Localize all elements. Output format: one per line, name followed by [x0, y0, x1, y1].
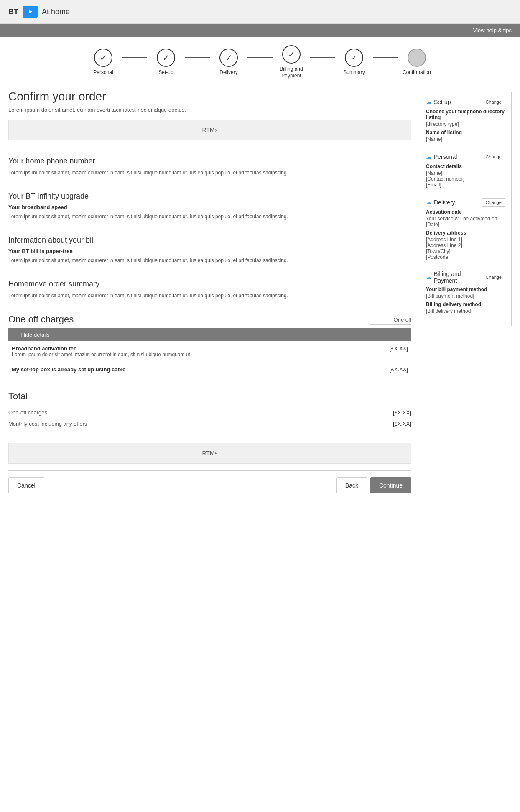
sidebar-label-billing-0: Your bill payment method — [426, 286, 505, 292]
step-circle-setup: ✓ — [157, 49, 175, 67]
step-container: ✓ Personal ✓ Set-up ✓ Delivery ✓ Billing… — [84, 45, 436, 79]
step-line-1 — [122, 57, 147, 58]
sidebar-label-delivery-0: Activation date — [426, 209, 505, 215]
sidebar: ☁ Set up Change Choose your telephone di… — [420, 83, 512, 500]
charge-info-1: My set-top box is already set up using c… — [8, 362, 370, 377]
back-button[interactable]: Back — [336, 477, 367, 493]
step-circle-billing: ✓ — [282, 45, 301, 64]
step-setup: ✓ Set-up — [147, 49, 185, 76]
page-title: Confirm your order — [8, 90, 411, 103]
bt-label: BT — [8, 8, 18, 16]
step-circle-delivery: ✓ — [219, 49, 238, 67]
help-link[interactable]: View help & tips — [473, 27, 512, 33]
header: BT At home — [0, 0, 520, 24]
hide-details-bar[interactable]: — Hide details — [8, 328, 411, 341]
cloud-icon-personal: ☁ — [426, 153, 432, 160]
charge-table: Broadband activation fee Lorem ipsum dol… — [8, 341, 411, 377]
charges-header: One off charges One off — [8, 314, 411, 325]
sidebar-label-billing-1: Billing delivery method — [426, 301, 505, 307]
section-title-bt-infinity: Your BT Infinity upgrade — [8, 192, 411, 201]
sidebar-section-header-personal: ☁ Personal Change — [426, 153, 505, 161]
sidebar-field-setup-0: Choose your telephone directory listing … — [426, 109, 505, 127]
sidebar-change-delivery[interactable]: Change — [482, 198, 505, 207]
step-label-delivery: Delivery — [219, 69, 237, 76]
footer-buttons: Cancel Back Continue — [8, 470, 411, 500]
section-bt-infinity: Your BT Infinity upgrade Your broadband … — [8, 184, 411, 228]
total-row-amount-1: [£X.XX] — [393, 421, 411, 427]
step-circle-confirmation — [408, 49, 426, 67]
section-bill-info: Information about your bill Your BT bill… — [8, 228, 411, 272]
section-text-homemove: Lorem ipsum dolor sit amet, mazim ocurre… — [8, 292, 411, 299]
section-text-bill-info: Lorem ipsum dolor sit amet, mazim ocurre… — [8, 257, 411, 264]
step-label-setup: Set-up — [158, 69, 173, 76]
step-line-3 — [247, 57, 273, 58]
progress-steps: ✓ Personal ✓ Set-up ✓ Delivery ✓ Billing… — [0, 37, 520, 83]
sidebar-divider-2 — [426, 194, 505, 194]
section-home-phone: Your home phone number Lorem ipsum dolor… — [8, 149, 411, 184]
main-layout: Confirm your order Lorem ipsum dolor sit… — [0, 83, 520, 500]
sidebar-field-delivery-0: Activation date Your service will be act… — [426, 209, 505, 227]
sidebar-section-title-setup: ☁ Set up — [426, 99, 451, 105]
sidebar-card: ☁ Set up Change Choose your telephone di… — [420, 92, 512, 326]
page-subtitle: Lorem ipsum dolor sit amet, eu nam evert… — [8, 107, 411, 113]
section-title-home-phone: Your home phone number — [8, 157, 411, 166]
charge-desc-0: Lorem ipsum dolor sit amet, mazim ocurre… — [12, 352, 366, 357]
section-text-home-phone: Lorem ipsum dolor sit amet, mazim ocurre… — [8, 169, 411, 176]
sidebar-field-personal-0: Contact details [Name] [Contact number] … — [426, 163, 505, 188]
section-bold-bill-info: Your BT bill is paper-free — [8, 248, 411, 254]
charges-title: One off charges — [8, 314, 74, 325]
sidebar-change-setup[interactable]: Change — [482, 98, 505, 106]
sidebar-change-personal[interactable]: Change — [482, 153, 505, 161]
continue-button[interactable]: Continue — [370, 477, 411, 493]
step-label-summary: Summary — [343, 69, 365, 76]
sidebar-section-billing: ☁ Billing and Payment Change Your bill p… — [426, 271, 505, 314]
total-row-label-1: Monthly cost including any offers — [8, 421, 87, 427]
sidebar-value-delivery-1: [Address Line 1] [Address Line 2] [Town/… — [426, 237, 505, 260]
sidebar-section-header-delivery: ☁ Delivery Change — [426, 198, 505, 207]
total-row-1: Monthly cost including any offers [£X.XX… — [8, 418, 411, 429]
step-label-billing: Billing and Payment — [273, 66, 310, 79]
sidebar-field-billing-0: Your bill payment method [Bill payment m… — [426, 286, 505, 299]
charge-row-0: Broadband activation fee Lorem ipsum dol… — [8, 341, 411, 362]
sidebar-field-setup-1: Name of listing [Name] — [426, 130, 505, 142]
help-bar: View help & tips — [0, 24, 520, 37]
step-line-4 — [310, 57, 335, 58]
sidebar-section-header-billing: ☁ Billing and Payment Change — [426, 271, 505, 284]
sidebar-title-billing-text: Billing and Payment — [434, 271, 482, 284]
sidebar-value-billing-0: [Bill payment method] — [426, 293, 505, 299]
sidebar-section-personal: ☁ Personal Change Contact details [Name]… — [426, 153, 505, 188]
sidebar-title-setup-text: Set up — [434, 99, 451, 105]
sidebar-value-personal-0: [Name] [Contact number] [Email] — [426, 170, 505, 188]
sidebar-section-header-setup: ☁ Set up Change — [426, 98, 505, 106]
step-circle-summary: ✓ — [345, 49, 363, 67]
step-summary: ✓ Summary — [335, 49, 373, 76]
sidebar-value-billing-1: [Bill delivery method] — [426, 308, 505, 314]
cloud-icon-delivery: ☁ — [426, 199, 432, 206]
step-delivery: ✓ Delivery — [210, 49, 247, 76]
cancel-button[interactable]: Cancel — [8, 477, 44, 493]
sidebar-section-title-billing: ☁ Billing and Payment — [426, 271, 482, 284]
section-title-homemove: Homemove order summary — [8, 280, 411, 289]
charge-row-1: My set-top box is already set up using c… — [8, 362, 411, 377]
sidebar-section-title-delivery: ☁ Delivery — [426, 199, 455, 206]
charges-col-label: One off — [370, 317, 411, 325]
charge-amount-0: [£X.XX] — [370, 341, 411, 362]
charge-name-0: Broadband activation fee — [12, 345, 366, 352]
step-label-personal: Personal — [93, 69, 113, 76]
rtms-box-top: RTMs — [8, 120, 411, 140]
sidebar-change-billing[interactable]: Change — [482, 273, 505, 281]
sidebar-title-personal-text: Personal — [434, 153, 457, 160]
charge-name-1: My set-top box is already set up using c… — [12, 366, 366, 373]
section-homemove: Homemove order summary Lorem ipsum dolor… — [8, 272, 411, 307]
step-label-confirmation: Confirmation — [403, 69, 431, 76]
step-personal: ✓ Personal — [84, 49, 122, 76]
total-row-label-0: One-off charges — [8, 409, 47, 416]
footer-right: Back Continue — [336, 477, 411, 493]
cloud-icon-setup: ☁ — [426, 99, 432, 105]
sidebar-section-delivery: ☁ Delivery Change Activation date Your s… — [426, 198, 505, 260]
main-content: Confirm your order Lorem ipsum dolor sit… — [8, 83, 411, 500]
bt-logo — [23, 6, 38, 18]
sidebar-label-personal-0: Contact details — [426, 163, 505, 169]
sidebar-divider-3 — [426, 266, 505, 266]
sidebar-label-setup-1: Name of listing — [426, 130, 505, 135]
